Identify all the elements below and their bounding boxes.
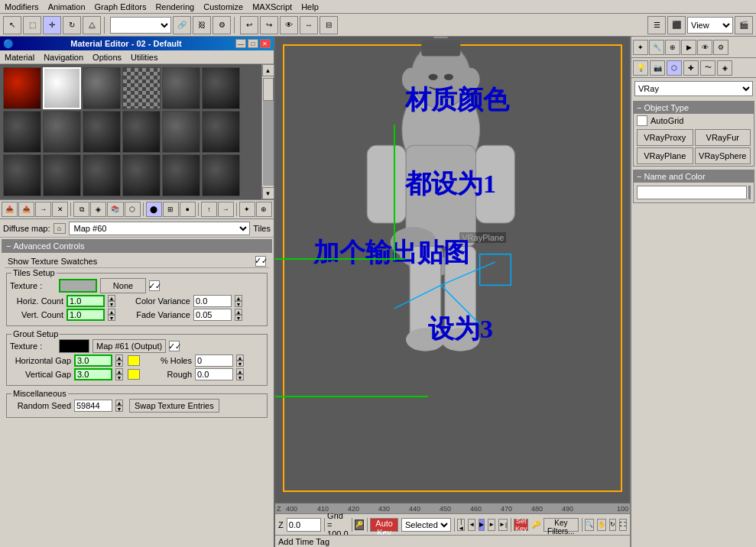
motion-btn[interactable]: ▶ [681,40,696,55]
move-btn[interactable]: ✛ [43,16,61,34]
go-end-btn[interactable]: ►| [498,519,508,531]
swatch-10[interactable] [162,111,200,153]
set-key-btn[interactable]: Set Key [514,519,528,531]
pick-from-scene-btn[interactable]: ✦ [239,202,255,217]
scroll-up-arrow[interactable]: ▲ [262,64,274,76]
menu-material[interactable]: Material [0,53,39,62]
swatch-15[interactable] [122,154,161,196]
swap-texture-btn[interactable]: Swap Texture Entries [129,399,219,413]
select-btn[interactable]: ↖ [3,16,21,34]
swatch-17[interactable] [202,154,240,196]
horiz-up-btn[interactable]: ▲ [108,295,115,301]
h-gap-input[interactable] [74,354,112,367]
key-filters-btn[interactable]: Key Filters... [543,518,579,532]
show-end-result-btn[interactable]: ● [180,202,196,217]
go-start-btn[interactable]: |◄ [457,519,465,531]
auto-key-btn[interactable]: Auto Key [370,518,398,532]
spacewarp-btn[interactable]: 〜 [700,60,715,76]
vray-proxy-btn[interactable]: VRayProxy [637,129,693,146]
add-time-tag-label[interactable]: Add Time Tag [278,537,329,546]
ph-down-btn[interactable]: ▼ [236,361,244,367]
swatch-1[interactable] [43,67,81,109]
advanced-controls-header[interactable]: − Advanced Controls [2,239,272,253]
zoom-btn[interactable]: 🔍 [585,519,594,531]
menu-rendering[interactable]: Rendering [151,2,199,11]
rough-input[interactable] [195,368,233,380]
selection-dropdown[interactable]: Selected [401,518,451,532]
maximize-vp-btn[interactable]: ⛶ [619,519,627,531]
next-frame-btn[interactable]: ► [488,519,495,531]
ph-up-btn[interactable]: ▲ [236,354,244,361]
vgap-up-btn[interactable]: ▲ [115,368,123,374]
named-sel-btn[interactable]: ☰ [647,16,666,34]
maximize-btn[interactable]: □ [248,39,258,48]
swatch-3[interactable] [122,67,161,109]
grout-map-btn[interactable]: Map #61 (Output) [92,339,166,353]
fvar-down-btn[interactable]: ▼ [235,315,242,321]
swatch-7[interactable] [43,111,81,153]
diffuse-icon-btn[interactable]: ⌂ [54,223,66,234]
put-to-scene-btn[interactable]: 📤 [18,202,34,217]
swatch-4[interactable] [162,67,200,109]
vgap-down-btn[interactable]: ▼ [115,374,123,380]
minimize-btn[interactable]: — [235,39,246,48]
vray-sphere-btn[interactable]: VRaySphere [695,147,751,164]
rotate-btn[interactable]: ↻ [63,16,81,34]
redo-btn[interactable]: ↪ [260,16,278,34]
unlink-btn[interactable]: ⛓ [193,16,211,34]
tiles-texture-checkbox[interactable]: ✓ [149,280,160,291]
mat-panel-scroll[interactable]: Diffuse map: ⌂ Map #60 Tiles − Advanced … [0,219,274,547]
swatch-9[interactable] [122,111,161,153]
scroll-down-arrow[interactable]: ▼ [262,187,274,199]
swatch-5[interactable] [202,67,240,109]
seed-up-btn[interactable]: ▲ [115,400,123,406]
swatch-2[interactable] [83,67,121,109]
assign-btn[interactable]: → [35,202,51,217]
show-shaded-btn[interactable]: ⬤ [146,202,162,217]
random-seed-input[interactable] [74,400,112,412]
z-value-input[interactable] [287,518,321,532]
layer-btn[interactable]: ⬛ [667,16,686,34]
vert-count-input[interactable] [67,309,105,321]
name-color-header[interactable]: − Name and Color [634,170,754,183]
make-unique-btn[interactable]: ◈ [90,202,106,217]
swatch-11[interactable] [202,111,240,153]
menu-help[interactable]: Help [297,2,323,11]
get-material-btn[interactable]: 📥 [2,202,18,217]
render-btn[interactable]: 🎬 [735,16,753,34]
show-texture-checkbox[interactable]: ✓ [255,256,266,267]
utilities-btn[interactable]: ⚙ [713,40,728,55]
vert-down-btn[interactable]: ▼ [108,315,115,321]
hgap-down-btn[interactable]: ▼ [115,361,123,367]
swatch-8[interactable] [83,111,121,153]
horiz-count-input[interactable] [67,295,105,307]
grout-texture-swatch[interactable] [59,339,89,353]
vert-up-btn[interactable]: ▲ [108,309,115,315]
cvar-up-btn[interactable]: ▲ [235,295,242,301]
mat-effects-btn[interactable]: ⬡ [125,202,141,217]
horiz-down-btn[interactable]: ▼ [108,301,115,307]
name-input[interactable] [637,186,747,199]
swatch-6[interactable] [3,111,41,153]
swatch-14[interactable] [83,154,121,196]
view-dropdown[interactable]: View [687,17,733,34]
close-btn[interactable]: ✕ [260,39,271,48]
helper-btn[interactable]: ✚ [683,60,699,76]
vray-renderer-dropdown[interactable]: VRay [634,81,753,96]
geo-btn[interactable]: ⬡ [667,60,682,76]
rough-up-btn[interactable]: ▲ [236,368,244,374]
v-gap-input[interactable] [74,368,112,380]
pan-btn[interactable]: ✋ [597,519,606,531]
fvar-up-btn[interactable]: ▲ [235,309,242,315]
swatch-12[interactable] [3,154,41,196]
mirror-btn[interactable]: ↔ [300,16,318,34]
ref-coord-dropdown[interactable] [110,17,171,34]
color-var-input[interactable] [193,295,232,307]
menu-utilities[interactable]: Utilities [126,53,162,62]
show-map-btn[interactable]: ⊞ [163,202,179,217]
modify-btn[interactable]: 🔧 [649,40,664,55]
hierarchy-btn[interactable]: ⊕ [665,40,680,55]
rough-down-btn[interactable]: ▼ [236,374,244,380]
menu-modifiers[interactable]: Modifiers [0,2,44,11]
light-btn[interactable]: 💡 [633,60,648,76]
